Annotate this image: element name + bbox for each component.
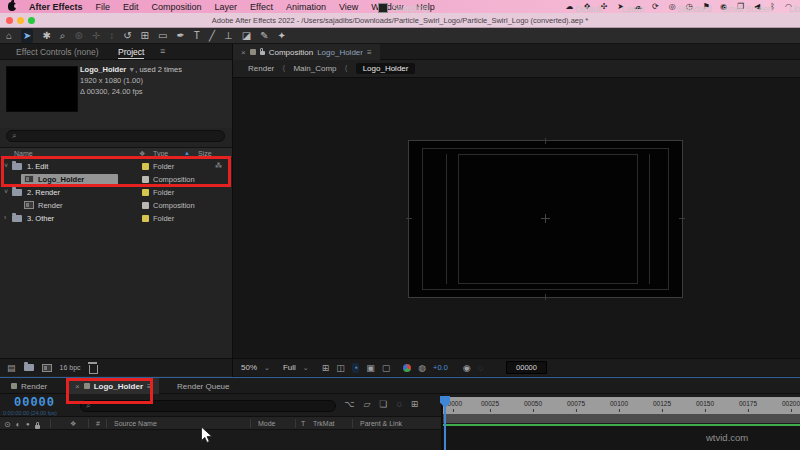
mask-visibility-icon[interactable]: ◔	[352, 363, 359, 373]
graph-editor-icon[interactable]: ⊞	[411, 399, 419, 409]
project-row-render-folder[interactable]: ˅ 2. Render Folder	[0, 186, 232, 199]
trash-icon[interactable]	[89, 365, 98, 374]
eraser-tool[interactable]: ◪	[242, 29, 251, 43]
column-source-name[interactable]: Source Name	[114, 420, 157, 427]
close-tab-icon[interactable]: ×	[241, 48, 246, 57]
draft-3d-icon[interactable]: ▱	[363, 399, 370, 409]
project-panel-footer: ▤ 16 bpc	[0, 358, 232, 376]
motion-blur-icon[interactable]: ◌	[396, 399, 401, 409]
panel-menu-icon[interactable]: ≡	[367, 48, 372, 57]
breadcrumb-main-comp[interactable]: Main_Comp	[293, 64, 336, 73]
color-depth-button[interactable]: 16 bpc	[60, 364, 81, 371]
tab-label: Render	[21, 382, 47, 391]
color-swatch[interactable]	[142, 189, 149, 196]
item-name[interactable]: 3. Other	[27, 214, 54, 223]
preview-layout-icon[interactable]: ◫	[336, 363, 345, 373]
selection-tool[interactable]: ➤	[21, 29, 33, 43]
menu-effect[interactable]: Effect	[250, 2, 273, 12]
column-trkmat[interactable]: TrkMat	[313, 420, 335, 427]
collapse-chevron-icon[interactable]: ›	[4, 214, 6, 221]
cloud-icon[interactable]: ☁	[565, 2, 573, 11]
new-folder-icon[interactable]	[24, 364, 34, 371]
item-name[interactable]: Render	[38, 201, 63, 210]
tab-render-comp[interactable]: Render	[4, 378, 54, 394]
project-row-render-comp[interactable]: Render Composition	[0, 199, 232, 212]
composition-footer: 50% ⌄ Full ⌄ ⊞ ◫ ◔ ▣ ▢ ◍ +0.0 ◉ ◌ 00000	[233, 358, 800, 376]
magnification-select[interactable]: 50%	[241, 363, 257, 372]
resolution-select[interactable]: Full	[283, 363, 296, 372]
current-time-display[interactable]: 00000	[14, 396, 55, 410]
item-name[interactable]: 2. Render	[27, 188, 60, 197]
home-tool[interactable]: ⌂	[6, 29, 12, 43]
preview-timecode[interactable]: 00000	[506, 361, 547, 374]
color-swatch[interactable]	[142, 202, 149, 209]
menu-layer[interactable]: Layer	[215, 2, 238, 12]
puppet-pin-tool[interactable]: ✦	[278, 29, 286, 43]
layer-list-area[interactable]	[0, 430, 441, 450]
label-column-icon[interactable]: ❖	[70, 420, 76, 428]
lock-icon[interactable]	[35, 425, 40, 429]
composition-viewer[interactable]	[233, 78, 800, 358]
tab-composition[interactable]: × Composition Logo_Holder ≡	[233, 44, 380, 60]
column-mode[interactable]: Mode	[258, 420, 276, 427]
shape-tool[interactable]: ▭	[158, 29, 167, 43]
hand-tool[interactable]: ✱	[42, 29, 50, 43]
snapping-checkbox[interactable]	[378, 3, 388, 13]
column-divider	[88, 419, 89, 428]
apple-menu-icon[interactable]	[8, 2, 16, 11]
zoom-tool[interactable]: ⌕	[60, 29, 66, 43]
project-search-input[interactable]: ⌕	[6, 130, 225, 142]
breadcrumb-render[interactable]: Render	[248, 64, 274, 73]
menu-app-name[interactable]: After Effects	[29, 2, 83, 12]
rotation-tool[interactable]: ↺	[123, 29, 131, 43]
menu-file[interactable]: File	[96, 2, 111, 12]
snapshot-camera-icon[interactable]: ◉	[463, 363, 471, 373]
tab-effect-controls[interactable]: Effect Controls (none)	[16, 47, 99, 57]
workspace-learn[interactable]: Learn	[622, 4, 644, 14]
circle-zero-icon[interactable]: ◎	[669, 2, 676, 11]
expand-chevron-icon[interactable]: ˅	[4, 188, 8, 195]
workspace-standard[interactable]: Standard	[677, 4, 712, 14]
solo-icon[interactable]: ●	[26, 421, 30, 427]
workspace-default[interactable]: Default	[575, 4, 602, 14]
tab-render-queue[interactable]: Render Queue	[170, 378, 236, 394]
audio-speaker-icon[interactable]: ◖	[15, 420, 20, 429]
lock-icon[interactable]	[260, 51, 265, 55]
column-parent-link[interactable]: Parent & Link	[360, 420, 402, 427]
time-ruler[interactable]: 00000 00025 00050 00075 00100 00125 0015…	[443, 397, 800, 414]
comp-mini-flowchart-icon[interactable]: ⌥	[344, 399, 354, 409]
clone-stamp-tool[interactable]: ⊥	[224, 29, 233, 43]
choose-grid-icon[interactable]: ⊞	[322, 363, 330, 373]
tab-project[interactable]: Project	[118, 47, 144, 59]
video-eye-icon[interactable]: ⊙	[4, 420, 11, 429]
work-area-bar[interactable]	[443, 414, 800, 423]
project-row-other-folder[interactable]: › 3. Other Folder	[0, 212, 232, 225]
interpret-footage-icon[interactable]: ▤	[7, 363, 16, 373]
column-number[interactable]: #	[96, 420, 100, 427]
snapping-control[interactable]: Snapping	[378, 3, 428, 13]
panel-menu-icon[interactable]: ≡	[160, 46, 165, 56]
brush-tool[interactable]: ╱	[209, 29, 215, 43]
sync-app-icon[interactable]: ⟳	[652, 2, 659, 11]
guides-icon[interactable]: ▢	[382, 363, 391, 373]
menu-animation[interactable]: Animation	[286, 2, 326, 12]
exposure-value[interactable]: +0.0	[433, 363, 448, 372]
region-of-interest-icon[interactable]: ▣	[366, 363, 375, 373]
pan-behind-tool[interactable]: ⊞	[141, 29, 149, 43]
color-swatch[interactable]	[142, 215, 149, 222]
menu-view[interactable]: View	[339, 2, 358, 12]
menu-composition[interactable]: Composition	[152, 2, 202, 12]
frame-blending-icon[interactable]: ❏	[379, 399, 387, 409]
project-panel: Effect Controls (none) Project ≡ Logo_Ho…	[0, 44, 233, 377]
new-composition-icon[interactable]	[42, 364, 52, 372]
channel-icon[interactable]	[403, 364, 411, 372]
transparency-grid-icon[interactable]: ◍	[418, 363, 426, 373]
type-tool[interactable]: T	[194, 29, 200, 43]
workspace-small-screen[interactable]: Small Screen	[722, 4, 773, 14]
roto-brush-tool[interactable]: ✎	[260, 29, 268, 43]
menu-edit[interactable]: Edit	[123, 2, 139, 12]
workspace-libraries[interactable]: Lib	[789, 4, 800, 14]
breadcrumb-logo-holder[interactable]: Logo_Holder	[356, 63, 416, 74]
column-t[interactable]: T	[301, 420, 305, 427]
pen-tool[interactable]: ✒	[176, 29, 184, 43]
